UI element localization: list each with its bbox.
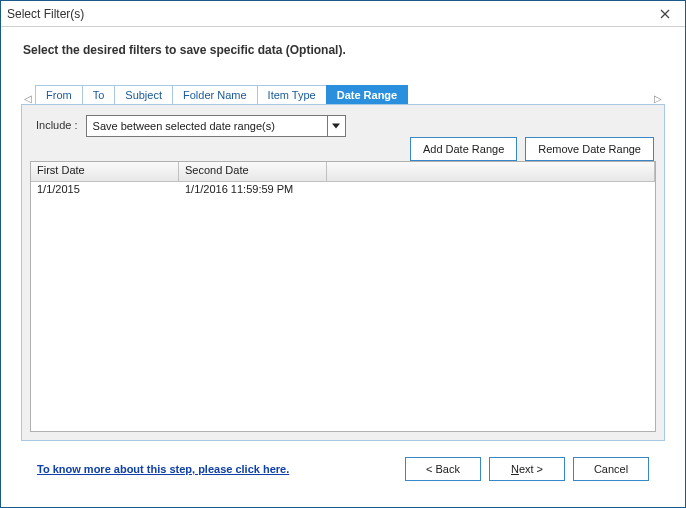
- grid-body[interactable]: 1/1/2015 1/1/2016 11:59:59 PM: [31, 182, 655, 431]
- include-select-value: Save between selected date range(s): [86, 115, 346, 137]
- date-range-grid: First Date Second Date 1/1/2015 1/1/2016…: [30, 161, 656, 432]
- grid-header-row: First Date Second Date: [31, 162, 655, 182]
- dialog-window: Select Filter(s) Select the desired filt…: [0, 0, 686, 508]
- help-link[interactable]: To know more about this step, please cli…: [37, 463, 289, 475]
- tab-subject[interactable]: Subject: [114, 85, 173, 104]
- tab-strip: ◁ From To Subject Folder Name Item Type …: [21, 85, 665, 105]
- next-button[interactable]: Next >: [489, 457, 565, 481]
- cancel-button[interactable]: Cancel: [573, 457, 649, 481]
- grid-header-spacer: [327, 162, 655, 182]
- tab-from[interactable]: From: [35, 85, 83, 104]
- table-row[interactable]: 1/1/2015 1/1/2016 11:59:59 PM: [31, 182, 655, 200]
- dialog-footer: To know more about this step, please cli…: [17, 441, 669, 497]
- grid-header-second-date[interactable]: Second Date: [179, 162, 327, 182]
- grid-header-first-date[interactable]: First Date: [31, 162, 179, 182]
- back-button[interactable]: < Back: [405, 457, 481, 481]
- remove-date-range-button[interactable]: Remove Date Range: [525, 137, 654, 161]
- tab-scroll-left-icon[interactable]: ◁: [21, 93, 35, 104]
- filter-panel: Include : Save between selected date ran…: [21, 105, 665, 441]
- chevron-down-icon: [327, 116, 345, 136]
- cell-second-date: 1/1/2016 11:59:59 PM: [179, 182, 327, 200]
- tab-scroll-right-icon[interactable]: ▷: [651, 93, 665, 104]
- tab-date-range[interactable]: Date Range: [326, 85, 409, 104]
- tab-item-type[interactable]: Item Type: [257, 85, 327, 104]
- instruction-text: Select the desired filters to save speci…: [23, 43, 669, 57]
- close-icon[interactable]: [651, 1, 679, 26]
- svg-marker-2: [332, 124, 340, 129]
- cell-spacer: [327, 182, 655, 200]
- cell-first-date: 1/1/2015: [31, 182, 179, 200]
- tab-to[interactable]: To: [82, 85, 116, 104]
- include-select[interactable]: Save between selected date range(s): [86, 115, 346, 137]
- include-label: Include :: [30, 115, 78, 131]
- window-title: Select Filter(s): [7, 7, 651, 21]
- titlebar: Select Filter(s): [1, 1, 685, 27]
- add-date-range-button[interactable]: Add Date Range: [410, 137, 517, 161]
- tab-folder-name[interactable]: Folder Name: [172, 85, 258, 104]
